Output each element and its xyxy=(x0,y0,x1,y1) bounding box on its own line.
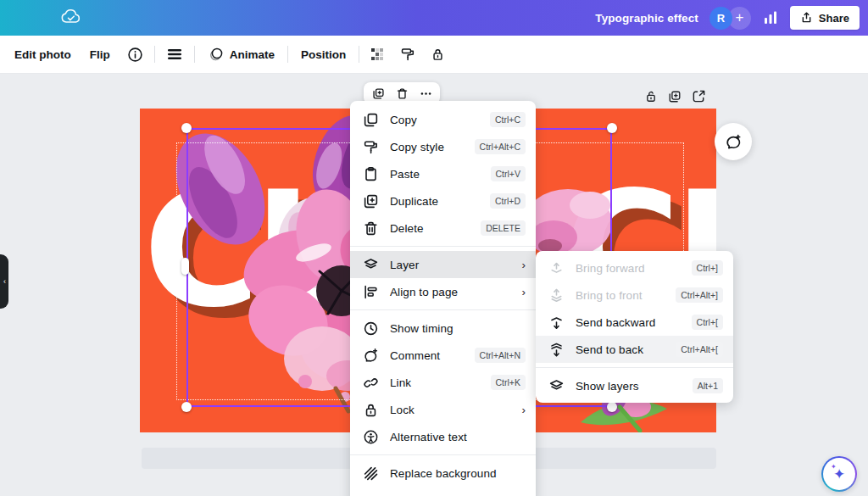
menu-item-replace-background[interactable]: Replace background xyxy=(350,460,536,487)
menu-label: Send backward xyxy=(576,316,692,329)
magic-assistant-button[interactable]: ✦ ✦ xyxy=(821,456,857,492)
animate-label: Animate xyxy=(230,48,275,61)
editor-toolbar: Edit photo Flip Animate Position xyxy=(0,36,868,74)
adjust-button[interactable] xyxy=(159,42,191,67)
upload-icon xyxy=(800,11,813,25)
info-icon xyxy=(127,47,143,63)
lock-button[interactable] xyxy=(423,42,453,67)
shortcut-badge: Ctrl+D xyxy=(490,193,526,209)
menu-item-link[interactable]: Link Ctrl+K xyxy=(350,369,536,396)
comment-plus-icon xyxy=(363,348,379,364)
copy-icon xyxy=(363,112,379,128)
open-side-panel-handle[interactable]: ‹ xyxy=(0,254,8,309)
delete-element-button[interactable] xyxy=(396,87,409,100)
toolbar-divider xyxy=(359,46,359,63)
duplicate-page-button[interactable] xyxy=(668,90,682,103)
adjust-lines-icon xyxy=(166,47,183,61)
menu-item-align-to-page[interactable]: Align to page › xyxy=(350,278,536,305)
menu-label: Layer xyxy=(390,259,515,271)
copy-style-button[interactable] xyxy=(392,42,423,67)
share-button[interactable]: Share xyxy=(790,6,860,30)
menu-label: Lock xyxy=(390,404,515,416)
menu-item-paste[interactable]: Paste Ctrl+V xyxy=(350,160,536,187)
menu-item-comment[interactable]: Comment Ctrl+Alt+N xyxy=(350,342,536,369)
chevron-right-icon: › xyxy=(522,259,526,271)
toolbar-divider xyxy=(287,46,288,63)
export-page-icon xyxy=(692,89,706,103)
menu-label: Align to page xyxy=(390,286,515,298)
menu-separator xyxy=(536,367,733,368)
resize-handle-bottom-right[interactable] xyxy=(607,402,617,412)
submenu-item-show-layers[interactable]: Show layers Alt+1 xyxy=(536,372,733,399)
shortcut-badge: Ctrl+K xyxy=(491,375,526,390)
menu-item-delete[interactable]: Delete DELETE xyxy=(350,215,536,242)
app-header: Typographic effect R + Share xyxy=(0,0,868,36)
lock-open-icon xyxy=(644,89,658,103)
add-page-button[interactable] xyxy=(692,89,706,103)
lock-icon xyxy=(363,402,379,418)
chevron-right-icon: › xyxy=(522,286,526,298)
paint-roller-icon xyxy=(363,139,379,155)
menu-separator xyxy=(350,454,536,455)
info-button[interactable] xyxy=(120,42,151,67)
menu-label: Show layers xyxy=(576,380,693,393)
submenu-item-send-to-back[interactable]: Send to back Ctrl+Alt+[ xyxy=(536,336,733,363)
lock-icon xyxy=(431,47,445,62)
diagonal-stripes-icon xyxy=(363,465,379,482)
menu-item-layer[interactable]: Layer › xyxy=(350,251,536,278)
menu-item-copy-style[interactable]: Copy style Ctrl+Alt+C xyxy=(350,133,536,160)
shortcut-badge: Alt+1 xyxy=(693,378,723,393)
more-options-button[interactable] xyxy=(420,87,432,100)
insights-chart-icon[interactable] xyxy=(762,10,779,25)
chevron-right-icon: › xyxy=(522,404,526,416)
duplicate-element-button[interactable] xyxy=(372,87,385,100)
shortcut-badge: Ctrl+C xyxy=(490,112,526,127)
align-icon xyxy=(363,284,379,300)
canva-editor: { "header": { "doc_title": "Typographic … xyxy=(0,0,868,496)
position-button[interactable]: Position xyxy=(292,42,355,67)
resize-handle-left-middle[interactable] xyxy=(181,258,189,275)
shortcut-badge: Ctrl+Alt+[ xyxy=(676,342,723,357)
menu-label: Comment xyxy=(390,349,475,362)
duplicate-icon xyxy=(363,193,379,209)
edit-photo-button[interactable]: Edit photo xyxy=(5,42,81,67)
cloud-saved-icon xyxy=(60,8,82,26)
shortcut-badge: DELETE xyxy=(481,220,526,236)
transparency-checker-icon xyxy=(370,47,385,62)
layer-submenu: Bring forward Ctrl+] Bring to front Ctrl… xyxy=(536,251,733,403)
menu-label: Bring forward xyxy=(576,262,692,275)
page-controls xyxy=(644,89,706,103)
sparkle-small-icon: ✦ xyxy=(831,464,837,471)
resize-handle-top-right[interactable] xyxy=(607,123,617,133)
layers-icon xyxy=(363,257,379,273)
menu-item-copy[interactable]: Copy Ctrl+C xyxy=(350,106,536,133)
unlock-page-button[interactable] xyxy=(644,89,658,103)
menu-label: Link xyxy=(390,376,491,389)
trash-icon xyxy=(363,220,379,237)
toolbar-divider xyxy=(194,46,195,63)
menu-label: Copy style xyxy=(390,141,475,153)
link-icon xyxy=(363,375,379,391)
submenu-item-send-backward[interactable]: Send backward Ctrl+[ xyxy=(536,309,733,336)
submenu-item-bring-to-front: Bring to front Ctrl+Alt+] xyxy=(536,281,733,309)
resize-handle-top-left[interactable] xyxy=(181,123,192,133)
shortcut-badge: Ctrl+V xyxy=(491,166,526,181)
menu-item-show-timing[interactable]: Show timing xyxy=(350,315,536,342)
clock-icon xyxy=(363,320,379,337)
transparency-button[interactable] xyxy=(363,42,392,67)
send-backward-icon xyxy=(548,315,565,331)
shortcut-badge: Ctrl+Alt+] xyxy=(676,287,723,303)
document-title[interactable]: Typographic effect xyxy=(595,12,698,25)
menu-item-duplicate[interactable]: Duplicate Ctrl+D xyxy=(350,187,536,215)
menu-item-alternative-text[interactable]: Alternative text xyxy=(350,423,536,450)
animate-icon xyxy=(208,47,224,62)
flip-button[interactable]: Flip xyxy=(81,42,120,67)
avatar[interactable]: R xyxy=(709,7,732,30)
menu-item-lock[interactable]: Lock › xyxy=(350,396,536,423)
animate-button[interactable]: Animate xyxy=(198,42,284,67)
menu-label: Replace background xyxy=(390,467,526,480)
share-label: Share xyxy=(819,12,849,25)
shortcut-badge: Ctrl+[ xyxy=(692,315,723,330)
resize-handle-bottom-left[interactable] xyxy=(181,402,192,412)
add-comment-button[interactable] xyxy=(715,123,752,160)
